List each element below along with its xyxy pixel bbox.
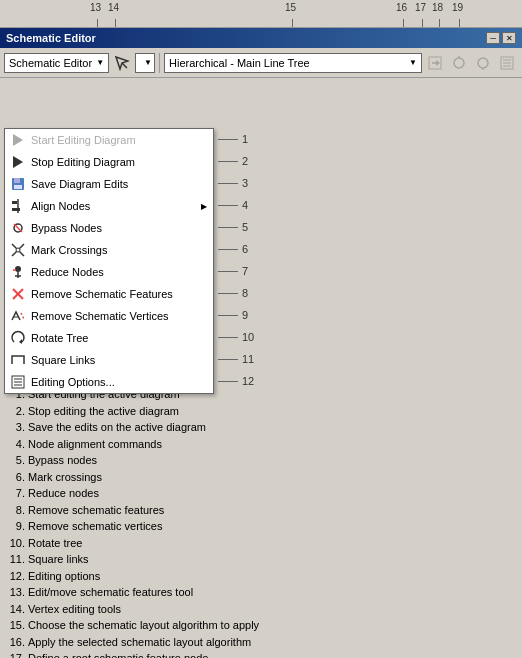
menu-item-remove-features[interactable]: Remove Schematic Features bbox=[5, 283, 213, 305]
menu-item-remove-vertices[interactable]: Remove Schematic Vertices bbox=[5, 305, 213, 327]
description-section: Start editing the active diagram Stop ed… bbox=[0, 378, 522, 658]
reduce-nodes-icon bbox=[9, 263, 27, 281]
align-nodes-label: Align Nodes bbox=[31, 200, 90, 212]
num-1: 1 bbox=[218, 128, 254, 150]
start-editing-icon bbox=[9, 131, 27, 149]
num-12: 12 bbox=[218, 370, 254, 392]
desc-item-9: Remove schematic vertices bbox=[28, 518, 510, 535]
reduce-nodes-label: Reduce Nodes bbox=[31, 266, 104, 278]
rotate-tree-label: Rotate Tree bbox=[31, 332, 88, 344]
end-node-button[interactable] bbox=[472, 52, 494, 74]
ruler-num-18: 18 bbox=[432, 2, 443, 13]
layout-arrow-icon: ▼ bbox=[409, 58, 417, 67]
menu-item-reduce-nodes[interactable]: Reduce Nodes bbox=[5, 261, 213, 283]
svg-point-3 bbox=[454, 58, 464, 68]
desc-item-16: Apply the selected schematic layout algo… bbox=[28, 634, 510, 651]
desc-item-5: Bypass nodes bbox=[28, 452, 510, 469]
edit-move-tool-button[interactable] bbox=[111, 52, 133, 74]
schematic-editor-label: Schematic Editor bbox=[9, 57, 92, 69]
desc-item-14: Vertex editing tools bbox=[28, 601, 510, 618]
remove-features-icon bbox=[9, 285, 27, 303]
svg-line-31 bbox=[21, 313, 24, 319]
properties-button[interactable] bbox=[496, 52, 518, 74]
desc-item-13: Edit/move schematic features tool bbox=[28, 584, 510, 601]
menu-item-bypass-nodes[interactable]: Bypass Nodes bbox=[5, 217, 213, 239]
num-3: 3 bbox=[218, 172, 254, 194]
title-bar-buttons: ─ ✕ bbox=[486, 32, 516, 44]
menu-item-stop-editing[interactable]: Stop Editing Diagram bbox=[5, 151, 213, 173]
menu-item-rotate-tree[interactable]: Rotate Tree bbox=[5, 327, 213, 349]
menu-item-save-edits[interactable]: Save Diagram Edits bbox=[5, 173, 213, 195]
num-5: 5 bbox=[218, 216, 254, 238]
panel-title: Schematic Editor bbox=[6, 32, 96, 44]
svg-point-24 bbox=[15, 266, 21, 272]
svg-marker-11 bbox=[13, 134, 23, 146]
layout-label: Hierarchical - Main Line Tree bbox=[169, 57, 310, 69]
close-button[interactable]: ✕ bbox=[502, 32, 516, 44]
desc-item-2: Stop editing the active diagram bbox=[28, 403, 510, 420]
title-bar: Schematic Editor ─ ✕ bbox=[0, 28, 522, 48]
menu-item-align-nodes[interactable]: Align Nodes bbox=[5, 195, 213, 217]
remove-vertices-icon bbox=[9, 307, 27, 325]
dropdown-menu: Start Editing Diagram Stop Editing Diagr… bbox=[4, 128, 214, 394]
align-nodes-icon bbox=[9, 197, 27, 215]
mark-crossings-label: Mark Crossings bbox=[31, 244, 107, 256]
rotate-tree-icon bbox=[9, 329, 27, 347]
svg-rect-15 bbox=[14, 185, 22, 189]
num-2: 2 bbox=[218, 150, 254, 172]
apply-layout-button[interactable] bbox=[424, 52, 446, 74]
menu-item-square-links[interactable]: Square Links bbox=[5, 349, 213, 371]
save-edits-label: Save Diagram Edits bbox=[31, 178, 128, 190]
save-edits-icon bbox=[9, 175, 27, 193]
desc-item-11: Square links bbox=[28, 551, 510, 568]
layout-algorithm-dropdown[interactable]: Hierarchical - Main Line Tree ▼ bbox=[164, 53, 422, 73]
vertex-editing-dropdown[interactable]: ▼ bbox=[135, 53, 155, 73]
end-node-icon bbox=[475, 55, 491, 71]
dropdown-arrow-icon: ▼ bbox=[96, 58, 104, 67]
menu-item-editing-options[interactable]: Editing Options... bbox=[5, 371, 213, 393]
remove-features-label: Remove Schematic Features bbox=[31, 288, 173, 300]
desc-item-4: Node alignment commands bbox=[28, 436, 510, 453]
svg-point-23 bbox=[16, 248, 20, 252]
desc-item-7: Reduce nodes bbox=[28, 485, 510, 502]
ruler-num-17: 17 bbox=[415, 2, 426, 13]
edit-move-icon bbox=[114, 55, 130, 71]
num-4: 4 bbox=[218, 194, 254, 216]
num-9: 9 bbox=[218, 304, 254, 326]
svg-rect-17 bbox=[12, 201, 17, 204]
ruler-top: 13 14 15 16 17 18 19 bbox=[0, 0, 522, 28]
svg-rect-14 bbox=[14, 178, 20, 183]
content-area: Start Editing Diagram Stop Editing Diagr… bbox=[0, 78, 522, 378]
ruler-num-13: 13 bbox=[90, 2, 101, 13]
root-node-button[interactable] bbox=[448, 52, 470, 74]
svg-marker-32 bbox=[19, 339, 22, 344]
num-7: 7 bbox=[218, 260, 254, 282]
square-links-label: Square Links bbox=[31, 354, 95, 366]
root-node-icon bbox=[451, 55, 467, 71]
minimize-button[interactable]: ─ bbox=[486, 32, 500, 44]
ruler-num-19: 19 bbox=[452, 2, 463, 13]
numbers-column: 1 2 3 4 5 6 7 8 9 10 11 12 bbox=[218, 128, 254, 392]
start-editing-label: Start Editing Diagram bbox=[31, 134, 136, 146]
schematic-editor-dropdown[interactable]: Schematic Editor ▼ bbox=[4, 53, 109, 73]
toolbar-row: Schematic Editor ▼ ▼ Hierarchical - Main… bbox=[0, 48, 522, 78]
desc-item-6: Mark crossings bbox=[28, 469, 510, 486]
desc-item-10: Rotate tree bbox=[28, 535, 510, 552]
square-links-icon bbox=[9, 351, 27, 369]
num-6: 6 bbox=[218, 238, 254, 260]
remove-vertices-label: Remove Schematic Vertices bbox=[31, 310, 169, 322]
mark-crossings-icon bbox=[9, 241, 27, 259]
stop-editing-icon bbox=[9, 153, 27, 171]
vertex-arrow-icon: ▼ bbox=[144, 58, 152, 67]
description-list: Start editing the active diagram Stop ed… bbox=[12, 386, 510, 658]
menu-item-mark-crossings[interactable]: Mark Crossings bbox=[5, 239, 213, 261]
separator-1 bbox=[159, 53, 160, 73]
desc-item-17: Define a root schematic feature node bbox=[28, 650, 510, 658]
properties-icon bbox=[499, 55, 515, 71]
desc-item-3: Save the edits on the active diagram bbox=[28, 419, 510, 436]
svg-marker-2 bbox=[436, 60, 440, 66]
desc-item-8: Remove schematic features bbox=[28, 502, 510, 519]
num-11: 11 bbox=[218, 348, 254, 370]
menu-item-start-editing[interactable]: Start Editing Diagram bbox=[5, 129, 213, 151]
stop-editing-label: Stop Editing Diagram bbox=[31, 156, 135, 168]
